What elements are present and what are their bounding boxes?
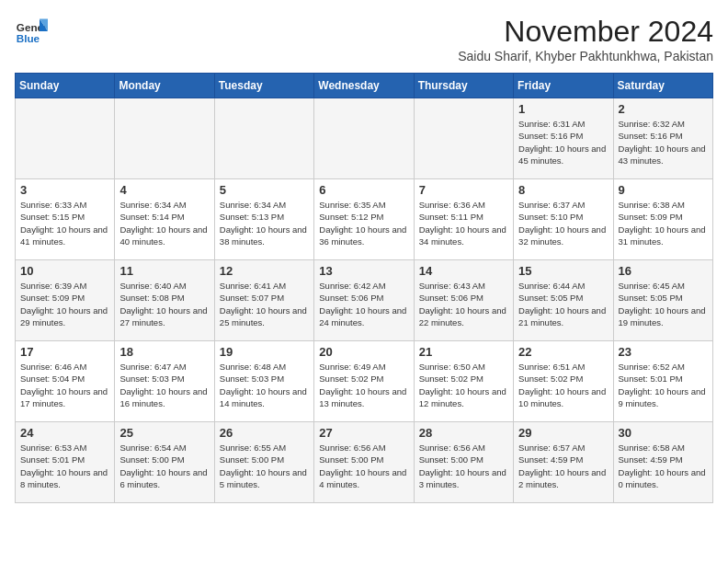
day-number: 21 [419,345,508,359]
logo: General Blue [15,15,48,48]
day-number: 3 [20,183,109,197]
calendar-cell: 28Sunrise: 6:56 AM Sunset: 5:00 PM Dayli… [414,422,513,503]
day-number: 24 [20,426,109,440]
day-info: Sunrise: 6:37 AM Sunset: 5:10 PM Dayligh… [518,199,608,247]
header-monday: Monday [115,74,214,98]
day-number: 17 [20,345,109,359]
day-info: Sunrise: 6:52 AM Sunset: 5:01 PM Dayligh… [619,361,708,409]
day-info: Sunrise: 6:44 AM Sunset: 5:05 PM Dayligh… [518,280,608,328]
logo-icon: General Blue [15,15,48,48]
calendar-cell: 20Sunrise: 6:49 AM Sunset: 5:02 PM Dayli… [314,341,414,422]
svg-text:Blue: Blue [17,32,40,44]
day-info: Sunrise: 6:56 AM Sunset: 5:00 PM Dayligh… [319,442,408,490]
day-number: 9 [619,183,708,197]
header-tuesday: Tuesday [214,74,313,98]
calendar-cell: 5Sunrise: 6:34 AM Sunset: 5:13 PM Daylig… [214,179,313,260]
day-number: 14 [419,264,508,278]
calendar-cell: 30Sunrise: 6:58 AM Sunset: 4:59 PM Dayli… [613,422,712,503]
day-info: Sunrise: 6:48 AM Sunset: 5:03 PM Dayligh… [220,361,309,409]
day-number: 2 [619,102,708,116]
day-number: 27 [319,426,408,440]
day-info: Sunrise: 6:38 AM Sunset: 5:09 PM Dayligh… [619,199,708,247]
calendar-cell [214,98,313,179]
day-info: Sunrise: 6:34 AM Sunset: 5:14 PM Dayligh… [119,199,209,247]
calendar-cell: 18Sunrise: 6:47 AM Sunset: 5:03 PM Dayli… [115,341,214,422]
calendar-cell [16,98,115,179]
calendar-cell: 25Sunrise: 6:54 AM Sunset: 5:00 PM Dayli… [115,422,214,503]
calendar-cell: 3Sunrise: 6:33 AM Sunset: 5:15 PM Daylig… [16,179,115,260]
day-info: Sunrise: 6:58 AM Sunset: 4:59 PM Dayligh… [619,442,708,490]
day-info: Sunrise: 6:39 AM Sunset: 5:09 PM Dayligh… [20,280,109,328]
day-info: Sunrise: 6:40 AM Sunset: 5:08 PM Dayligh… [119,280,209,328]
day-info: Sunrise: 6:57 AM Sunset: 4:59 PM Dayligh… [518,442,608,490]
day-info: Sunrise: 6:42 AM Sunset: 5:06 PM Dayligh… [319,280,408,328]
calendar-cell: 15Sunrise: 6:44 AM Sunset: 5:05 PM Dayli… [514,260,613,341]
day-info: Sunrise: 6:49 AM Sunset: 5:02 PM Dayligh… [319,361,408,409]
location-subtitle: Saidu Sharif, Khyber Pakhtunkhwa, Pakist… [458,49,713,63]
header-friday: Friday [514,74,613,98]
header-thursday: Thursday [414,74,513,98]
calendar-cell: 17Sunrise: 6:46 AM Sunset: 5:04 PM Dayli… [16,341,115,422]
day-number: 23 [619,345,708,359]
calendar-cell [414,98,513,179]
calendar-cell: 23Sunrise: 6:52 AM Sunset: 5:01 PM Dayli… [613,341,712,422]
day-number: 26 [220,426,309,440]
day-number: 11 [119,264,209,278]
day-info: Sunrise: 6:46 AM Sunset: 5:04 PM Dayligh… [20,361,109,409]
calendar-week-4: 17Sunrise: 6:46 AM Sunset: 5:04 PM Dayli… [16,341,713,422]
day-info: Sunrise: 6:45 AM Sunset: 5:05 PM Dayligh… [619,280,708,328]
calendar-cell: 14Sunrise: 6:43 AM Sunset: 5:06 PM Dayli… [414,260,513,341]
header-wednesday: Wednesday [314,74,414,98]
month-title: November 2024 [458,15,713,49]
day-number: 20 [319,345,408,359]
day-number: 12 [220,264,309,278]
day-info: Sunrise: 6:56 AM Sunset: 5:00 PM Dayligh… [419,442,508,490]
day-info: Sunrise: 6:31 AM Sunset: 5:16 PM Dayligh… [518,118,608,167]
day-info: Sunrise: 6:43 AM Sunset: 5:06 PM Dayligh… [419,280,508,328]
calendar-cell: 1Sunrise: 6:31 AM Sunset: 5:16 PM Daylig… [514,98,613,179]
day-number: 16 [619,264,708,278]
day-number: 13 [319,264,408,278]
calendar-cell: 29Sunrise: 6:57 AM Sunset: 4:59 PM Dayli… [514,422,613,503]
day-number: 4 [119,183,209,197]
calendar-cell: 6Sunrise: 6:35 AM Sunset: 5:12 PM Daylig… [314,179,414,260]
day-info: Sunrise: 6:34 AM Sunset: 5:13 PM Dayligh… [220,199,309,247]
day-info: Sunrise: 6:32 AM Sunset: 5:16 PM Dayligh… [619,118,708,167]
day-info: Sunrise: 6:36 AM Sunset: 5:11 PM Dayligh… [419,199,508,247]
calendar-cell [115,98,214,179]
day-info: Sunrise: 6:54 AM Sunset: 5:00 PM Dayligh… [119,442,209,490]
header-saturday: Saturday [613,74,712,98]
title-block: November 2024 Saidu Sharif, Khyber Pakht… [458,15,713,63]
calendar-week-1: 1Sunrise: 6:31 AM Sunset: 5:16 PM Daylig… [16,98,713,179]
day-info: Sunrise: 6:47 AM Sunset: 5:03 PM Dayligh… [119,361,209,409]
day-number: 18 [119,345,209,359]
day-number: 8 [518,183,608,197]
calendar-cell: 9Sunrise: 6:38 AM Sunset: 5:09 PM Daylig… [613,179,712,260]
calendar-cell: 11Sunrise: 6:40 AM Sunset: 5:08 PM Dayli… [115,260,214,341]
calendar-cell: 8Sunrise: 6:37 AM Sunset: 5:10 PM Daylig… [514,179,613,260]
day-number: 22 [518,345,608,359]
calendar-cell: 19Sunrise: 6:48 AM Sunset: 5:03 PM Dayli… [214,341,313,422]
day-info: Sunrise: 6:53 AM Sunset: 5:01 PM Dayligh… [20,442,109,490]
day-number: 1 [518,102,608,116]
calendar-cell: 10Sunrise: 6:39 AM Sunset: 5:09 PM Dayli… [16,260,115,341]
page-header: General Blue November 2024 Saidu Sharif,… [15,15,713,63]
calendar-cell: 24Sunrise: 6:53 AM Sunset: 5:01 PM Dayli… [16,422,115,503]
day-info: Sunrise: 6:50 AM Sunset: 5:02 PM Dayligh… [419,361,508,409]
header-sunday: Sunday [16,74,115,98]
calendar-cell: 26Sunrise: 6:55 AM Sunset: 5:00 PM Dayli… [214,422,313,503]
day-info: Sunrise: 6:33 AM Sunset: 5:15 PM Dayligh… [20,199,109,247]
day-number: 10 [20,264,109,278]
day-number: 29 [518,426,608,440]
calendar-cell: 12Sunrise: 6:41 AM Sunset: 5:07 PM Dayli… [214,260,313,341]
calendar-header-row: SundayMondayTuesdayWednesdayThursdayFrid… [16,74,713,98]
calendar-cell [314,98,414,179]
day-info: Sunrise: 6:55 AM Sunset: 5:00 PM Dayligh… [220,442,309,490]
calendar-cell: 22Sunrise: 6:51 AM Sunset: 5:02 PM Dayli… [514,341,613,422]
day-number: 15 [518,264,608,278]
day-number: 28 [419,426,508,440]
calendar-cell: 13Sunrise: 6:42 AM Sunset: 5:06 PM Dayli… [314,260,414,341]
day-number: 19 [220,345,309,359]
day-info: Sunrise: 6:41 AM Sunset: 5:07 PM Dayligh… [220,280,309,328]
calendar-table: SundayMondayTuesdayWednesdayThursdayFrid… [15,73,713,503]
